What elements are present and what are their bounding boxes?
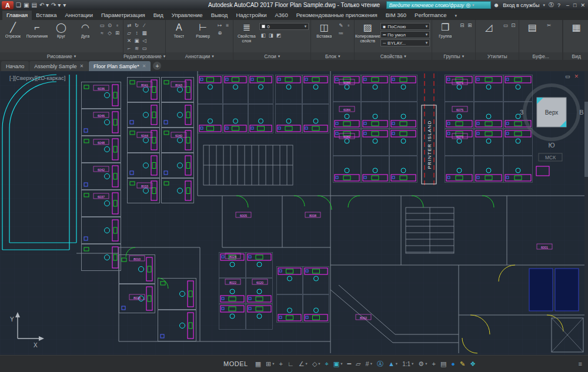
sign-in-dropdown-icon[interactable]: ▾	[543, 3, 545, 8]
exchange-apps-icon[interactable]: Ⓧ	[549, 1, 554, 9]
panel-label-utilities[interactable]: Утилиты	[476, 52, 519, 60]
groups-tool-1[interactable]: ⊞	[466, 21, 473, 29]
status-osnap-tracking[interactable]: ⌖	[323, 356, 331, 372]
qat-customize-qat-icon[interactable]: ▾	[63, 2, 66, 8]
sign-in-button[interactable]: Вход в службы	[503, 2, 539, 8]
properties-combo-2[interactable]: ┄BYLAY...▾	[380, 39, 430, 46]
status-annotation-scale[interactable]: 1:1▾	[400, 356, 416, 372]
status-isolate-objects[interactable]: ❖	[467, 356, 478, 372]
annotation-button-1[interactable]: ⊢Размер	[192, 21, 214, 39]
draw-tool-2[interactable]: ▫	[113, 21, 121, 29]
draw-button-1[interactable]: ⌐Полилиния	[26, 21, 48, 39]
viewport-controls[interactable]: [-][Сверху][2D-каркас]	[9, 75, 65, 81]
modify-tool-0[interactable]: ⇄	[125, 21, 133, 29]
groups-tool-0[interactable]: ⊟	[458, 21, 466, 29]
draw-tool-3[interactable]: ≈	[98, 29, 106, 36]
panel-label-properties[interactable]: Свойства▾	[355, 52, 432, 60]
draw-button-2[interactable]: ◯Круг	[50, 21, 72, 39]
properties-button-0[interactable]: ▨Копирование свойств	[356, 21, 379, 43]
ribbon-tab-insert[interactable]: Вставка	[32, 11, 61, 20]
autocad-logo-icon[interactable]: A	[2, 1, 14, 9]
panel-label-layers[interactable]: Слои▾	[233, 52, 310, 60]
layer-select-dropdown-icon[interactable]: ▾	[305, 24, 307, 29]
modify-tool-5[interactable]: ▦	[141, 29, 148, 36]
panel-label-groups[interactable]: Группы▾	[432, 52, 475, 60]
status-customization-pencil[interactable]: ✎	[457, 356, 467, 372]
status-annotation-autoscale[interactable]: ▲▾	[386, 356, 400, 372]
status-lineweight-display[interactable]: ━	[345, 356, 353, 372]
modify-tool-6[interactable]: ✕	[125, 36, 133, 44]
maximize-button[interactable]: □	[573, 2, 576, 8]
status-annotation-monitor[interactable]: +	[429, 356, 437, 372]
file-tab-floor-plan-sample[interactable]: Floor Plan Sample*✕	[89, 61, 151, 71]
status-grid-display[interactable]: ▦	[253, 356, 263, 372]
properties-combo-1-dropdown-icon[interactable]: ▾	[426, 32, 428, 37]
viewport-minimize-icon[interactable]: ▭	[565, 73, 570, 79]
panel-label-modify[interactable]: Редактирование▾	[123, 53, 165, 60]
modify-tool-3[interactable]: ▱	[125, 29, 133, 36]
status-dynamic-input[interactable]: +	[277, 356, 285, 372]
properties-combo-2-dropdown-icon[interactable]: ▾	[426, 41, 428, 45]
floor-plan-drawing[interactable]: PRINTER ISLAND60366046604860426037804180…	[0, 71, 588, 355]
panel-label-annotation[interactable]: Аннотации▾	[166, 52, 233, 60]
properties-combo-1[interactable]: ━По умол▾	[380, 31, 430, 38]
layers-tool-1[interactable]: ◨	[267, 31, 275, 39]
search-dropdown-icon[interactable]: ▾	[472, 3, 475, 8]
ribbon-tab-parametric[interactable]: Параметризация	[97, 11, 149, 20]
status-customization-menu[interactable]: ≡	[576, 356, 584, 372]
draw-button-3[interactable]: ◠Дуга	[74, 21, 96, 39]
status-object-snap[interactable]: ▣▾	[331, 356, 345, 372]
ribbon-tab-addins[interactable]: Надстройки	[232, 11, 270, 20]
layers-button-0[interactable]: ≣Свойства слоя	[235, 21, 258, 43]
scrollbar-thumb[interactable]	[584, 102, 588, 177]
ribbon-tab-view[interactable]: Вид	[149, 11, 168, 20]
model-space-button[interactable]: MODEL	[219, 360, 253, 367]
draw-tool-4[interactable]: ◇	[106, 29, 113, 36]
draw-tool-1[interactable]: ⊙	[106, 21, 113, 29]
qat-redo-icon[interactable]: ↷ ▾	[51, 2, 61, 8]
annotation-tool-0[interactable]: ↦	[216, 21, 223, 29]
block-tool-0[interactable]: ✎	[337, 21, 345, 29]
status-workspace-switching[interactable]: ⚙▾	[416, 356, 429, 372]
close-button[interactable]: ✕	[580, 2, 585, 8]
qat-save-icon[interactable]: ▣	[24, 2, 29, 8]
viewport-close-icon[interactable]: ✕	[574, 73, 579, 79]
panel-label-draw[interactable]: Рисование▾	[0, 52, 123, 60]
ribbon-tab-output[interactable]: Вывод	[207, 11, 232, 20]
status-quick-properties[interactable]: ▤	[438, 356, 449, 372]
file-tab-close-icon[interactable]: ✕	[142, 63, 146, 69]
utilities-tool-1[interactable]: ⊡	[509, 21, 517, 29]
properties-combo-0-dropdown-icon[interactable]: ▾	[426, 24, 428, 29]
annotation-tool-2[interactable]: ⊕	[216, 29, 223, 36]
status-polar-tracking[interactable]: ∠▾	[296, 356, 310, 372]
block-button-0[interactable]: ◫Вставка	[313, 21, 335, 39]
properties-combo-0[interactable]: ■ПоСлою▾	[380, 23, 430, 30]
view-button-0[interactable]: ▦	[565, 21, 587, 34]
draw-button-0[interactable]: ╱Отрезок	[2, 21, 24, 39]
status-annotation-visibility[interactable]: Ⓐ	[375, 356, 386, 372]
draw-tool-5[interactable]: ⊞	[113, 29, 121, 36]
modify-tool-2[interactable]: ∕	[141, 21, 148, 29]
ribbon-tab-manage[interactable]: Управление	[168, 11, 207, 20]
ribbon-tab-bim360[interactable]: BIM 360	[382, 11, 410, 20]
annotation-tool-1[interactable]: ≡	[223, 21, 231, 29]
block-tool-1[interactable]: ▫	[345, 21, 352, 29]
layers-tool-0[interactable]: ◧	[259, 31, 267, 39]
qat-open-icon[interactable]: ❏	[16, 2, 21, 8]
status-transparency[interactable]: ▱	[353, 356, 363, 372]
help-icon[interactable]: ?	[557, 2, 560, 8]
file-tab-start[interactable]: Начало	[1, 61, 29, 71]
status-isometric-drafting[interactable]: ◇▾	[310, 356, 323, 372]
file-tab-assembly-sample[interactable]: Assembly Sample✕	[29, 61, 88, 71]
modify-tool-4[interactable]: ↕	[133, 29, 141, 36]
status-selection-cycling[interactable]: #▾	[363, 356, 375, 372]
vertical-scrollbar[interactable]	[584, 71, 588, 355]
status-ortho-mode[interactable]: ∟	[285, 356, 296, 372]
infocenter-search-input[interactable]: Введите ключевое слово/фразу ◎ ▾	[386, 1, 491, 9]
ribbon-tab-featured-apps[interactable]: Рекомендованные приложения	[292, 11, 382, 20]
groups-button-0[interactable]: ❒Группа	[434, 21, 456, 39]
block-tool-2[interactable]: ≔	[337, 29, 345, 36]
modify-tool-10[interactable]: ≋	[133, 44, 141, 52]
search-icon[interactable]: ◎	[466, 2, 470, 8]
utilities-tool-0[interactable]: ▭	[502, 21, 509, 29]
